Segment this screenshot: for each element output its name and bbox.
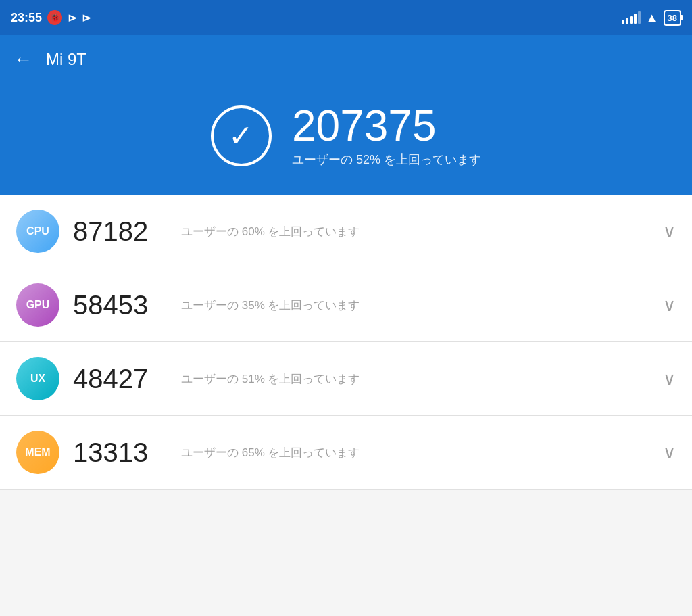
benchmark-item-ux[interactable]: UX 48427 ユーザーの 51% を上回っています ∨ [0,342,692,416]
desc-gpu: ユーザーの 35% を上回っています [181,298,649,313]
status-left: 23:55 🐞 ⊳ ⊳ [11,10,91,25]
chevron-gpu[interactable]: ∨ [663,295,676,316]
benchmark-item-gpu[interactable]: GPU 58453 ユーザーの 35% を上回っています ∨ [0,268,692,342]
badge-mem: MEM [16,431,59,474]
score-mem: 13313 [73,437,168,468]
bug-icon: 🐞 [47,10,62,25]
desc-mem: ユーザーの 65% を上回っています [181,445,649,460]
cast-icon-2: ⊳ [82,11,91,24]
score-info: 207375 ユーザーの 52% を上回っています [292,104,481,168]
signal-icon [622,11,641,24]
score-cpu: 87182 [73,216,168,247]
battery-level: 38 [668,13,677,23]
time-display: 23:55 [11,11,42,25]
score-header: ✓ 207375 ユーザーの 52% を上回っています [0,84,692,195]
benchmark-item-cpu[interactable]: CPU 87182 ユーザーの 60% を上回っています ∨ [0,195,692,268]
badge-gpu: GPU [16,283,59,327]
check-circle: ✓ [211,105,272,166]
chevron-cpu[interactable]: ∨ [663,221,676,242]
total-score: 207375 [292,104,481,147]
score-subtitle: ユーザーの 52% を上回っています [292,151,481,168]
wifi-icon: ▲ [646,11,658,25]
benchmark-list: CPU 87182 ユーザーの 60% を上回っています ∨ GPU 58453… [0,195,692,490]
chevron-ux[interactable]: ∨ [663,369,676,389]
status-right: ▲ 38 [622,10,681,26]
back-button[interactable]: ← [14,49,32,70]
status-bar: 23:55 🐞 ⊳ ⊳ ▲ 38 [0,0,692,35]
benchmark-item-mem[interactable]: MEM 13313 ユーザーの 65% を上回っています ∨ [0,416,692,490]
cast-icon-1: ⊳ [68,11,76,24]
app-bar: ← Mi 9T [0,35,692,84]
badge-cpu: CPU [16,210,59,253]
battery-indicator: 38 [664,10,681,26]
score-gpu: 58453 [73,290,168,321]
badge-ux: UX [16,357,59,400]
score-ux: 48427 [73,364,168,394]
check-icon: ✓ [228,121,253,151]
chevron-mem[interactable]: ∨ [663,442,676,463]
desc-ux: ユーザーの 51% を上回っています [181,371,649,387]
desc-cpu: ユーザーの 60% を上回っています [181,224,649,239]
app-bar-title: Mi 9T [46,50,86,69]
